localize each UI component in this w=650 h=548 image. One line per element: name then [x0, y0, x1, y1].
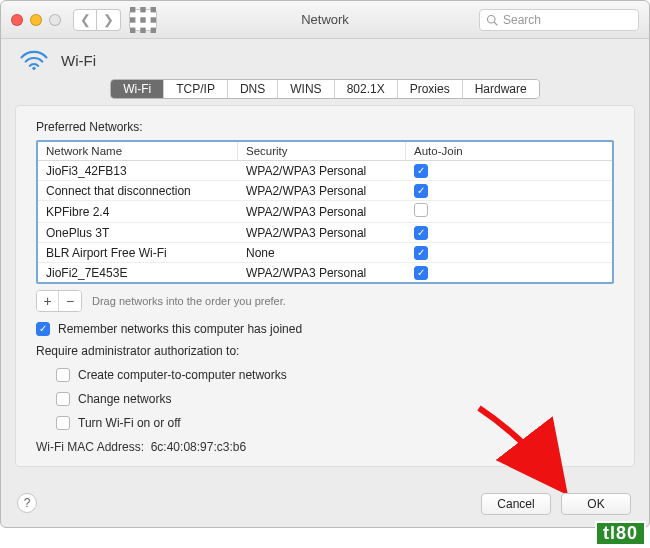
tab-bar: Wi-FiTCP/IPDNSWINS802.1XProxiesHardware [1, 79, 649, 99]
admin-authorization-label: Require administrator authorization to: [36, 344, 614, 358]
mac-address-value: 6c:40:08:97:c3:b6 [151, 440, 246, 454]
mac-address-label: Wi-Fi MAC Address: [36, 440, 144, 454]
autojoin-checkbox[interactable] [414, 164, 428, 178]
admin-option-label: Change networks [78, 392, 171, 406]
watermark: tl80 [595, 521, 646, 546]
remember-networks-checkbox[interactable] [36, 322, 50, 336]
tab-802-1x[interactable]: 802.1X [335, 80, 398, 98]
network-name-cell: KPFibre 2.4 [38, 203, 238, 221]
mac-address-row: Wi-Fi MAC Address: 6c:40:08:97:c3:b6 [36, 440, 614, 454]
svg-rect-1 [140, 7, 145, 12]
tab-tcp-ip[interactable]: TCP/IP [164, 80, 228, 98]
table-row[interactable]: JioFi3_42FB13WPA2/WPA3 Personal [38, 161, 612, 181]
autojoin-checkbox[interactable] [414, 203, 428, 217]
remember-networks-option[interactable]: Remember networks this computer has join… [36, 322, 614, 336]
help-button[interactable]: ? [17, 493, 37, 513]
network-security-cell: None [238, 244, 406, 262]
table-row[interactable]: KPFibre 2.4WPA2/WPA3 Personal [38, 201, 612, 223]
add-remove-control: + − [36, 290, 82, 312]
admin-option-label: Create computer-to-computer networks [78, 368, 287, 382]
tab-hardware[interactable]: Hardware [463, 80, 539, 98]
network-autojoin-cell [406, 201, 612, 222]
network-security-cell: WPA2/WPA3 Personal [238, 162, 406, 180]
network-autojoin-cell [406, 243, 612, 262]
forward-button[interactable]: ❯ [97, 9, 121, 31]
cancel-button[interactable]: Cancel [481, 493, 551, 515]
table-header: Network Name Security Auto-Join [38, 142, 612, 161]
table-row[interactable]: BLR Airport Free Wi-FiNone [38, 243, 612, 263]
network-security-cell: WPA2/WPA3 Personal [238, 203, 406, 221]
column-auto-join[interactable]: Auto-Join [406, 142, 612, 160]
svg-line-10 [494, 22, 497, 25]
tab-wins[interactable]: WINS [278, 80, 334, 98]
column-network-name[interactable]: Network Name [38, 142, 238, 160]
remove-network-button[interactable]: − [59, 291, 81, 311]
network-name-cell: JioFi2_7E453E [38, 264, 238, 282]
add-network-button[interactable]: + [37, 291, 59, 311]
ok-button[interactable]: OK [561, 493, 631, 515]
svg-point-11 [32, 67, 35, 70]
svg-rect-3 [130, 17, 135, 22]
preferred-networks-table[interactable]: Network Name Security Auto-Join JioFi3_4… [36, 140, 614, 284]
svg-rect-4 [140, 17, 145, 22]
svg-rect-5 [151, 17, 156, 22]
table-row[interactable]: JioFi2_7E453EWPA2/WPA3 Personal [38, 263, 612, 282]
svg-rect-2 [151, 7, 156, 12]
dialog-buttons: Cancel OK [481, 493, 631, 515]
connection-name: Wi-Fi [61, 52, 96, 69]
autojoin-checkbox[interactable] [414, 246, 428, 260]
admin-option[interactable]: Change networks [56, 392, 614, 406]
autojoin-checkbox[interactable] [414, 266, 428, 280]
autojoin-checkbox[interactable] [414, 226, 428, 240]
network-autojoin-cell [406, 161, 612, 180]
tab-wi-fi[interactable]: Wi-Fi [111, 80, 164, 98]
admin-option-checkbox[interactable] [56, 368, 70, 382]
network-security-cell: WPA2/WPA3 Personal [238, 264, 406, 282]
network-preferences-window: ❮ ❯ Network Search Wi-Fi Wi-FiTCP/IPDNSW… [0, 0, 650, 528]
back-button[interactable]: ❮ [73, 9, 97, 31]
search-icon [486, 14, 498, 26]
wifi-panel: Preferred Networks: Network Name Securit… [15, 105, 635, 467]
tab-proxies[interactable]: Proxies [398, 80, 463, 98]
network-name-cell: JioFi3_42FB13 [38, 162, 238, 180]
grid-icon [130, 7, 156, 33]
column-security[interactable]: Security [238, 142, 406, 160]
svg-rect-7 [140, 27, 145, 32]
admin-option-label: Turn Wi-Fi on or off [78, 416, 181, 430]
table-row[interactable]: Connect that disconnectionWPA2/WPA3 Pers… [38, 181, 612, 201]
network-name-cell: Connect that disconnection [38, 182, 238, 200]
zoom-icon [49, 14, 61, 26]
search-field[interactable]: Search [479, 9, 639, 31]
tab-dns[interactable]: DNS [228, 80, 278, 98]
svg-rect-6 [130, 27, 135, 32]
autojoin-checkbox[interactable] [414, 184, 428, 198]
window-controls [11, 14, 61, 26]
connection-header: Wi-Fi [1, 39, 649, 79]
network-autojoin-cell [406, 223, 612, 242]
network-autojoin-cell [406, 181, 612, 200]
admin-option[interactable]: Create computer-to-computer networks [56, 368, 614, 382]
network-name-cell: BLR Airport Free Wi-Fi [38, 244, 238, 262]
remember-networks-label: Remember networks this computer has join… [58, 322, 302, 336]
search-placeholder: Search [503, 13, 541, 27]
table-row[interactable]: OnePlus 3TWPA2/WPA3 Personal [38, 223, 612, 243]
network-security-cell: WPA2/WPA3 Personal [238, 182, 406, 200]
network-security-cell: WPA2/WPA3 Personal [238, 224, 406, 242]
admin-option-checkbox[interactable] [56, 416, 70, 430]
minimize-icon[interactable] [30, 14, 42, 26]
nav-back-forward: ❮ ❯ [73, 9, 121, 31]
close-icon[interactable] [11, 14, 23, 26]
network-autojoin-cell [406, 263, 612, 282]
preferred-networks-label: Preferred Networks: [36, 120, 614, 134]
admin-option[interactable]: Turn Wi-Fi on or off [56, 416, 614, 430]
drag-hint: Drag networks into the order you prefer. [92, 295, 286, 307]
wifi-icon [19, 49, 49, 71]
show-all-button[interactable] [129, 9, 157, 31]
svg-rect-0 [130, 7, 135, 12]
admin-option-checkbox[interactable] [56, 392, 70, 406]
network-name-cell: OnePlus 3T [38, 224, 238, 242]
titlebar: ❮ ❯ Network Search [1, 1, 649, 39]
svg-rect-8 [151, 27, 156, 32]
svg-point-9 [488, 15, 496, 23]
